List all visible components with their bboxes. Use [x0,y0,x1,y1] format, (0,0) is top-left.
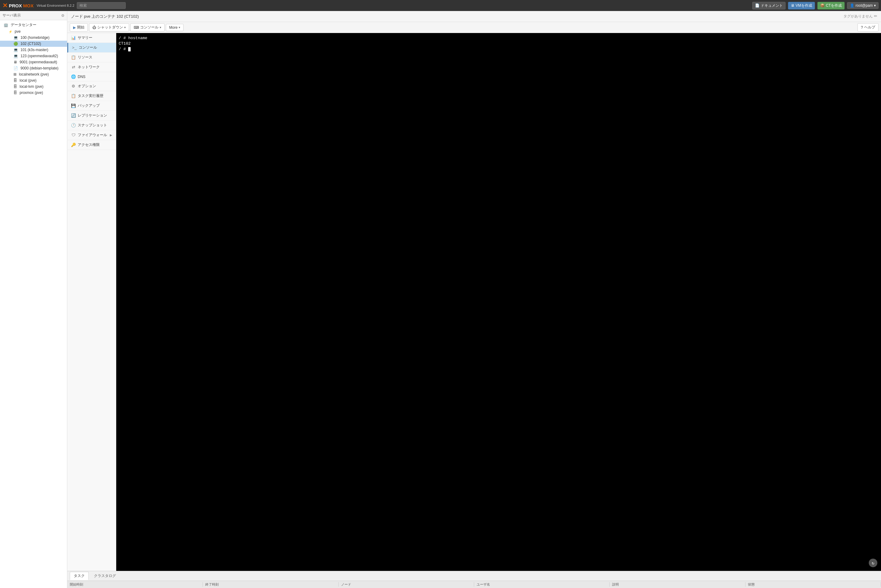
menu-item-options[interactable]: ⚙オプション [67,81,116,91]
menu-label-network: ネットワーク [78,64,100,70]
create-ct-button[interactable]: 📦 CTを作成 [817,2,845,9]
terminal-line: / # [119,46,878,52]
console-dropdown-arrow: ▾ [160,26,161,29]
tree-item-9001[interactable]: 🖥9001 (openmediavault) [0,59,67,65]
tree-item-local[interactable]: 🗄local (pve) [0,77,67,84]
user-button[interactable]: 👤 root@pam ▾ [847,2,878,9]
tree-item-101[interactable]: 💻101 (k3s-master) [0,47,67,53]
tree-item-123[interactable]: 💻123 (openmediavault2) [0,53,67,59]
menu-icon-console: >_ [72,45,77,50]
tags-area: タグがありません ✏ [844,14,877,19]
tree-icon-101: 💻 [13,48,18,52]
menu-item-resources[interactable]: 📋リソース [67,52,116,62]
main-area: サーバ表示 ⚙ 🏢データセンター⚡pve💻100 (homebridge)🟢10… [0,11,881,588]
tree-item-pve[interactable]: ⚡pve [0,28,67,34]
bottom-tabs: タスククラスタログ [67,571,881,580]
menu-label-replication: レプリケーション [78,113,107,118]
menu-label-snapshots: スナップショット [78,123,107,128]
start-button[interactable]: ▶ 開始 [70,23,88,32]
menu-icon-access: 🔑 [71,142,76,147]
tree-item-datacenter[interactable]: 🏢データセンター [0,21,67,28]
menu-item-dns[interactable]: 🌐DNS [67,72,116,81]
search-input[interactable] [77,2,126,9]
menu-item-snapshots[interactable]: 🕐スナップショット [67,120,116,130]
menu-label-dns: DNS [78,75,85,79]
menu-item-access[interactable]: 🔑アクセス権限 [67,140,116,150]
doc-button[interactable]: 📄 ドキュメント [752,2,785,9]
breadcrumb: ノード pve 上のコンテナ 102 (CT102) [71,14,841,19]
table-header-cell: 終了時刻 [203,582,338,587]
tag-edit-icon[interactable]: ✏ [874,14,877,18]
power-icon: ⏻ [92,26,96,30]
tree-icon-102: 🟢 [13,42,18,46]
user-icon: 👤 [850,3,854,8]
content-area: ノード pve 上のコンテナ 102 (CT102) タグがありません ✏ ▶ … [67,11,881,588]
bottom-tab-tasks[interactable]: タスク [70,572,89,580]
table-header-cell: ノード [339,582,474,587]
help-button[interactable]: ? ヘルプ [857,23,878,32]
table-header-cell: ユーザ名 [474,582,610,587]
sidebar-header-label: サーバ表示 [3,13,21,18]
terminal-cursor [128,47,130,51]
tree-item-102[interactable]: 🟢102 (CT102) [0,41,67,47]
menu-item-console[interactable]: >_コンソール [67,43,116,52]
scroll-to-bottom-button[interactable]: ↻ [869,559,877,567]
action-toolbar: ▶ 開始 ⏻ シャットダウン ▾ ⌨ コンソール ▾ More ▾ ? ヘルプ [67,22,881,33]
tree-label-9001: 9001 (openmediavault) [19,60,57,64]
more-dropdown-arrow: ▾ [179,26,180,29]
tree-icon-pve: ⚡ [9,29,12,34]
container-icon: 📦 [820,3,825,8]
bottom-tab-cluster-log[interactable]: クラスタログ [90,572,120,580]
more-button[interactable]: More ▾ [166,24,184,31]
gear-icon[interactable]: ⚙ [61,14,64,18]
menu-icon-task-history: 📋 [71,94,76,98]
menu-item-summary[interactable]: 📊サマリー [67,33,116,43]
left-menu: 📊サマリー>_コンソール📋リソース⇄ネットワーク🌐DNS⚙オプション📋タスク実行… [67,33,116,571]
menu-label-backup: バックアップ [78,103,100,108]
tree-label-9000: 9000 (debian-template) [21,66,58,70]
tree-item-local-lvm[interactable]: 🗄local-lvm (pve) [0,84,67,90]
tree-item-proxmox[interactable]: 🗄proxmox (pve) [0,90,67,96]
menu-icon-replication: 🔄 [71,113,76,118]
table-header-cell: 状態 [746,582,881,587]
menu-item-task-history[interactable]: 📋タスク実行履歴 [67,91,116,101]
tree-icon-100: 💻 [13,36,18,40]
bottom-table-header: 開始時刻終了時刻ノードユーザ名説明状態 [67,580,881,588]
tree-label-local: local (pve) [19,78,36,82]
table-header-cell: 説明 [610,582,745,587]
tree-label-pve: pve [15,29,21,34]
terminal-line: CT102 [119,41,878,46]
menu-icon-firewall: 🛡 [71,133,76,137]
menu-label-resources: リソース [78,55,92,60]
play-icon: ▶ [73,26,76,30]
menu-label-access: アクセス権限 [78,142,100,147]
tree-item-100[interactable]: 💻100 (homebridge) [0,34,67,41]
terminal-area[interactable]: / # hostnameCT102/ # ↻ [116,33,881,571]
menu-label-summary: サマリー [78,35,92,40]
submenu-arrow-icon: ▶ [110,134,112,137]
doc-icon: 📄 [755,3,760,8]
tree-icon-9001: 🖥 [13,60,17,64]
menu-icon-dns: 🌐 [71,74,76,79]
tree-icon-proxmox: 🗄 [13,90,17,95]
tree: 🏢データセンター⚡pve💻100 (homebridge)🟢102 (CT102… [0,20,67,588]
shutdown-button[interactable]: ⏻ シャットダウン ▾ [89,23,129,32]
sidebar-header: サーバ表示 ⚙ [0,11,67,20]
menu-item-firewall[interactable]: 🛡ファイアウォール▶ [67,130,116,140]
menu-item-backup[interactable]: 💾バックアップ [67,101,116,111]
menu-icon-options: ⚙ [71,84,76,88]
chevron-down-icon: ▾ [874,3,876,8]
menu-label-options: オプション [78,84,96,89]
console-button[interactable]: ⌨ コンソール ▾ [130,23,165,32]
menu-item-network[interactable]: ⇄ネットワーク [67,62,116,72]
tags-label: タグがありません [844,14,873,18]
tree-item-9000[interactable]: 📄9000 (debian-template) [0,65,67,71]
tree-icon-datacenter: 🏢 [4,23,8,27]
breadcrumb-bar: ノード pve 上のコンテナ 102 (CT102) タグがありません ✏ [67,11,881,22]
create-vm-button[interactable]: 🖥 VMを作成 [788,2,815,9]
menu-item-replication[interactable]: 🔄レプリケーション [67,111,116,120]
tree-label-123: 123 (openmediavault2) [21,54,58,58]
logo-mox: MOX [23,3,34,8]
tree-item-localnetwork[interactable]: ⊞localnetwork (pve) [0,71,67,77]
logo: ✕ PROX MOX Virtual Environment 8.2.2 [3,2,74,9]
